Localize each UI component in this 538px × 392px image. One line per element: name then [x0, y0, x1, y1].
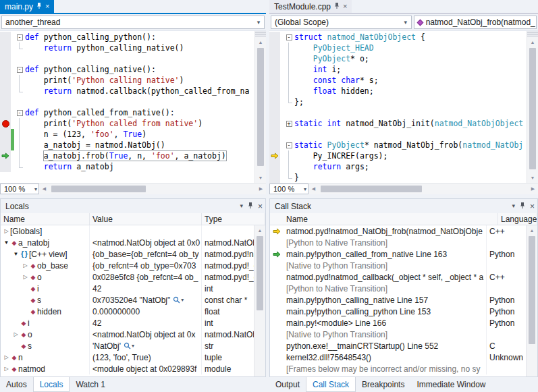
code-line[interactable]: a_natobj = natmod.NatObj() [0, 140, 254, 150]
code-text[interactable]: def python_called_from_native(): [25, 107, 254, 118]
indicator-margin[interactable] [0, 118, 11, 129]
pin-icon[interactable] [520, 202, 525, 211]
indicator-margin[interactable] [0, 75, 11, 86]
collapse-minus-icon[interactable]: - [286, 34, 292, 40]
code-editor-mainpy[interactable]: -def python_calling_python(): return pyt… [0, 31, 254, 183]
indicator-margin[interactable] [0, 129, 11, 140]
code-line[interactable]: -static PyObject* natmod_NatObj_frob(nat… [269, 140, 527, 150]
code-line[interactable]: -struct natmod_NatObjObject { [269, 32, 527, 43]
collapse-minus-icon[interactable]: - [17, 67, 23, 73]
indicator-margin[interactable] [269, 32, 280, 43]
locals-row[interactable]: ▷◆n(123, 'foo', True)tuple [1, 352, 254, 363]
code-text[interactable]: const char* s; [294, 75, 527, 86]
callstack-row[interactable]: main.py!python_calling_native Line 157Py… [270, 294, 526, 306]
code-text[interactable] [294, 129, 527, 140]
code-line[interactable]: Py_INCREF(args); [269, 150, 527, 161]
outlining-margin[interactable] [14, 129, 25, 140]
scroll-up-icon[interactable]: ▲ [255, 37, 266, 47]
code-text[interactable]: def python_calling_native(): [25, 64, 254, 75]
code-line[interactable]: return python_calling_native() [0, 43, 254, 53]
member-combo[interactable]: natmod_NatObj_frob(natmod_ ▾ [414, 16, 537, 29]
locals-row[interactable]: ◆i42int [1, 317, 254, 329]
vertical-scrollbar[interactable]: ▲ ▼ [254, 225, 265, 376]
indicator-margin[interactable] [269, 140, 280, 150]
indicator-margin[interactable] [269, 129, 280, 140]
expander-collapsed-icon[interactable]: ▷ [3, 228, 10, 234]
expander-collapsed-icon[interactable]: ▷ [22, 274, 29, 280]
indicator-margin[interactable] [0, 96, 11, 107]
callstack-row[interactable]: natmod.pyd!natmod_callback(_object * sel… [270, 271, 526, 283]
indicator-margin[interactable] [0, 64, 11, 75]
callstack-row[interactable]: [Native to Python Transition] [270, 329, 526, 340]
expander-collapsed-icon[interactable]: ▷ [12, 331, 20, 337]
outlining-margin[interactable]: - [14, 32, 25, 43]
indicator-margin[interactable] [0, 43, 11, 53]
expander-collapsed-icon[interactable]: ▷ [3, 354, 10, 360]
outlining-margin[interactable] [14, 140, 25, 150]
code-text[interactable]: a_natobj.frob(True, n, 'foo', a_natobj) [25, 150, 254, 161]
code-line[interactable]: float hidden; [269, 86, 527, 96]
code-line[interactable]: return natmod.callback(python_called_fro… [0, 86, 254, 96]
callstack-row[interactable]: [Frames below may be incorrect and/or mi… [270, 363, 526, 374]
locals-row[interactable]: ◆s0x703520e4 "NatObj"▾const char * [1, 294, 254, 306]
code-text[interactable]: print('Python calling native') [25, 75, 254, 86]
scroll-right-icon[interactable]: ▶ [528, 184, 538, 194]
tool-tab-watch-1[interactable]: Watch 1 [70, 377, 111, 392]
document-tab-testmodule-cpp[interactable]: TestModule.cpp × [269, 0, 352, 13]
outlining-margin[interactable] [14, 96, 25, 107]
callstack-row[interactable]: natmod.pyd!natmod_NatObj_frob(natmod_Nat… [270, 225, 526, 237]
indicator-margin[interactable] [269, 107, 280, 118]
collapse-minus-icon[interactable]: - [17, 34, 23, 40]
indicator-margin[interactable] [269, 172, 280, 183]
zoom-selector[interactable]: 100 % ▾ [269, 184, 308, 194]
callstack-row[interactable]: [Python to Native Transition] [270, 283, 526, 294]
code-text[interactable] [294, 107, 527, 118]
code-text[interactable]: return a_natobj [25, 161, 254, 172]
collapse-minus-icon[interactable]: - [17, 110, 23, 116]
scope-combo[interactable]: (Global Scope) ▾ [271, 16, 412, 29]
expander-collapsed-icon[interactable]: ▷ [3, 366, 10, 372]
code-line[interactable]: const char* s; [269, 75, 527, 86]
indicator-margin[interactable] [269, 86, 280, 96]
tool-tab-autos[interactable]: Autos [0, 377, 33, 392]
outlining-margin[interactable] [14, 86, 25, 96]
callstack-row[interactable]: main.py!<module> Line 166Python [270, 317, 526, 329]
scrollbar-thumb[interactable] [51, 186, 146, 192]
outlining-margin[interactable] [284, 161, 294, 172]
collapse-minus-icon[interactable]: - [286, 142, 292, 148]
code-line[interactable]: int i; [269, 64, 527, 75]
code-text[interactable]: struct natmod_NatObjObject { [294, 32, 527, 43]
outlining-margin[interactable]: - [284, 32, 294, 43]
close-icon[interactable]: × [258, 202, 263, 211]
tool-tab-breakpoints[interactable]: Breakpoints [356, 377, 410, 392]
indicator-margin[interactable] [0, 161, 11, 172]
locals-row[interactable]: ◆s'NatObj'▾str [1, 340, 254, 352]
code-line[interactable]: }; [269, 96, 527, 107]
code-text[interactable]: PyObject_HEAD [294, 43, 527, 53]
locals-row[interactable]: ▼{}[C++ view]{ob_base={ob_refcnt=4 ob_ty… [1, 248, 254, 260]
outlining-margin[interactable] [284, 53, 294, 64]
tool-tab-locals[interactable]: Locals [33, 377, 70, 392]
vertical-scrollbar[interactable]: ▲ ▼ [527, 31, 538, 183]
code-text[interactable]: n = (123, 'foo', True) [25, 129, 254, 140]
column-header-name[interactable]: Name [284, 213, 498, 225]
scrollbar-thumb[interactable] [529, 236, 535, 344]
magnifier-icon[interactable]: ▾ [173, 296, 184, 304]
scroll-up-icon[interactable]: ▲ [527, 37, 538, 47]
scroll-down-icon[interactable]: ▼ [527, 173, 538, 183]
outlining-margin[interactable] [284, 64, 294, 75]
indicator-margin[interactable] [269, 75, 280, 86]
outlining-margin[interactable]: + [284, 118, 294, 129]
scroll-down-icon[interactable]: ▼ [255, 173, 266, 183]
code-text[interactable] [25, 96, 254, 107]
outlining-margin[interactable] [14, 75, 25, 86]
outlining-margin[interactable] [284, 43, 294, 53]
pin-icon[interactable] [248, 202, 253, 211]
code-line[interactable]: return a_natobj [0, 161, 254, 172]
code-line[interactable]: return args; [269, 161, 527, 172]
pin-icon[interactable] [36, 2, 42, 11]
locals-row[interactable]: ▷◆natmod<module object at 0x029893fmodul… [1, 363, 254, 374]
close-icon[interactable]: × [343, 3, 347, 10]
collapse-plus-icon[interactable]: + [286, 121, 292, 127]
vertical-scrollbar[interactable]: ▲ ▼ [254, 31, 266, 183]
